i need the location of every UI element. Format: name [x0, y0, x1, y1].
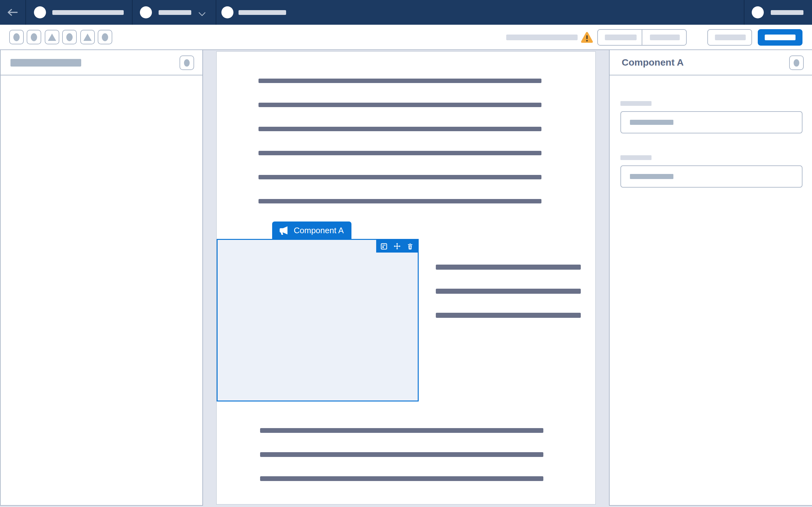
oval-icon — [13, 33, 20, 41]
view-toggle-left-button[interactable] — [598, 30, 642, 45]
navbar-label-placeholder — [159, 10, 191, 15]
delete-icon[interactable] — [406, 242, 414, 250]
triangle-icon — [84, 34, 92, 41]
sidebar-header — [1, 50, 202, 75]
oval-icon — [184, 59, 190, 66]
text-lines-top — [258, 78, 542, 204]
text-line-placeholder — [436, 265, 581, 270]
navbar-divider — [744, 0, 745, 25]
navbar-divider — [26, 0, 26, 25]
sidebar-header-button[interactable] — [180, 55, 194, 70]
view-toggle-right-button[interactable] — [642, 30, 686, 45]
back-arrow-icon — [7, 8, 18, 16]
text-line-placeholder — [260, 428, 543, 433]
secondary-action-button[interactable] — [707, 29, 752, 46]
megaphone-icon — [278, 225, 289, 235]
oval-icon — [794, 59, 799, 66]
text-lines-beside-component — [436, 265, 581, 318]
view-toggle-group — [597, 29, 687, 46]
top-navbar — [0, 0, 812, 25]
avatar-circle — [34, 6, 46, 18]
navbar-label-placeholder — [771, 10, 803, 15]
move-icon[interactable] — [393, 242, 401, 250]
text-line-placeholder — [258, 103, 542, 107]
navbar-label-placeholder — [239, 10, 286, 15]
tool-button-5[interactable] — [80, 30, 95, 44]
text-line-placeholder — [258, 151, 542, 155]
layout-icon[interactable] — [380, 242, 388, 250]
inspector-header: Component A — [610, 50, 812, 75]
text-line-placeholder — [260, 476, 543, 481]
sidebar-title-placeholder — [10, 59, 81, 66]
component-action-bar — [376, 240, 418, 252]
text-line-placeholder — [436, 313, 581, 318]
inspector-title: Component A — [622, 50, 684, 75]
avatar-circle — [752, 6, 764, 18]
text-line-placeholder — [260, 452, 543, 457]
primary-action-button[interactable] — [758, 29, 803, 46]
oval-icon — [102, 33, 108, 41]
warning-triangle-icon[interactable] — [580, 32, 594, 43]
chevron-down-icon[interactable] — [199, 9, 206, 16]
builder-toolbar — [0, 25, 812, 50]
text-line-placeholder — [258, 127, 542, 131]
oval-icon — [31, 33, 37, 41]
navbar-label-placeholder — [52, 10, 124, 15]
button-label-placeholder — [650, 35, 680, 40]
navbar-divider — [216, 0, 216, 25]
components-sidebar — [0, 50, 203, 506]
text-line-placeholder — [258, 78, 542, 83]
field-label-placeholder — [620, 101, 652, 106]
triangle-icon — [48, 34, 56, 41]
back-button[interactable] — [0, 0, 26, 25]
page-canvas[interactable]: Component A — [216, 51, 596, 504]
property-input-2[interactable] — [620, 165, 803, 187]
tool-button-2[interactable] — [27, 30, 41, 44]
selected-component-label: Component A — [294, 226, 344, 235]
button-label-placeholder — [765, 35, 796, 40]
property-input-1[interactable] — [620, 111, 803, 133]
text-lines-below-component — [260, 428, 543, 481]
field-label-placeholder — [620, 155, 652, 160]
input-value-placeholder — [630, 120, 673, 125]
status-text-placeholder — [506, 35, 577, 40]
avatar-circle — [221, 6, 234, 18]
navbar-divider — [132, 0, 133, 25]
inspector-header-button[interactable] — [789, 55, 804, 70]
text-line-placeholder — [436, 289, 581, 294]
selected-component-dropzone[interactable] — [217, 239, 419, 401]
tool-button-6[interactable] — [98, 30, 112, 44]
tool-button-3[interactable] — [45, 30, 59, 44]
input-value-placeholder — [630, 174, 673, 179]
avatar-circle — [140, 6, 152, 18]
button-label-placeholder — [605, 35, 637, 40]
tool-button-4[interactable] — [62, 30, 77, 44]
property-inspector: Component A — [609, 50, 812, 506]
oval-icon — [66, 33, 72, 41]
selected-component-tag[interactable]: Component A — [272, 222, 351, 239]
tool-button-1[interactable] — [9, 30, 24, 44]
text-line-placeholder — [258, 175, 542, 179]
text-line-placeholder — [258, 199, 542, 204]
button-label-placeholder — [715, 35, 746, 40]
